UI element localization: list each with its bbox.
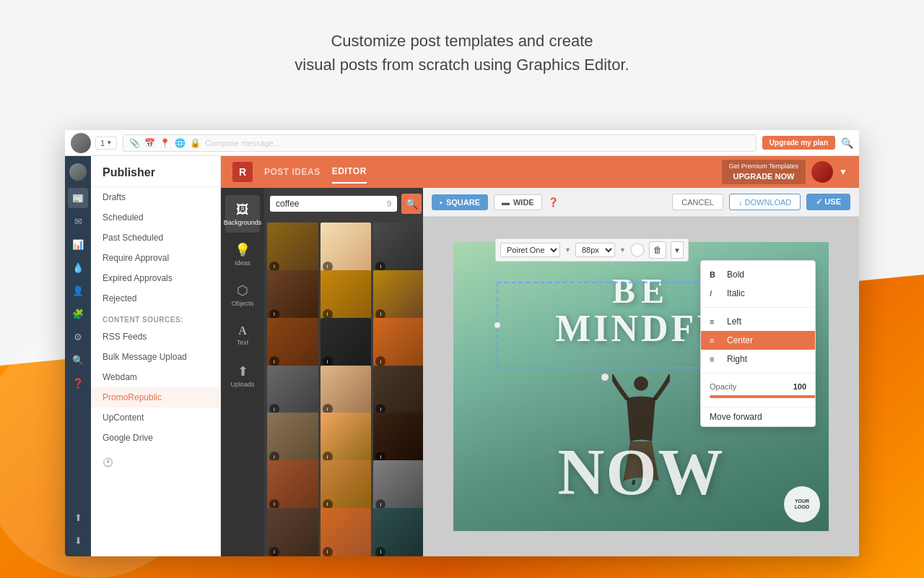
panel-nav-text[interactable]: A Text: [225, 316, 260, 354]
logo-watermark: YOUR LOGO: [784, 486, 820, 522]
opacity-slider[interactable]: [710, 395, 816, 398]
canvas-text-be: BE: [612, 271, 670, 311]
canvas-square-button[interactable]: ▪ SQUARE: [432, 194, 488, 210]
image-thumb[interactable]: i: [267, 366, 318, 417]
sidebar-icon-search[interactable]: 🔍: [68, 350, 88, 370]
sidebar-item-rejected[interactable]: Rejected: [91, 288, 220, 309]
sidebar-item-require-approval[interactable]: Require Approval: [91, 248, 220, 268]
cancel-button[interactable]: CANCEL: [672, 194, 723, 210]
move-forward-option[interactable]: Move forward: [701, 407, 815, 426]
image-thumb[interactable]: i: [267, 318, 318, 369]
sidebar-item-past-scheduled[interactable]: Past Scheduled: [91, 228, 220, 248]
panel-nav-ideas[interactable]: 💡 Ideas: [225, 236, 260, 273]
image-thumb[interactable]: i: [267, 460, 318, 512]
panel-nav-backgrounds[interactable]: 🖼 Backgrounds: [225, 195, 260, 233]
sidebar-icon-publisher[interactable]: 📰: [68, 188, 88, 208]
image-thumb[interactable]: i: [267, 508, 318, 556]
ideas-icon: 💡: [235, 242, 250, 258]
chevron-down-icon: ▼: [106, 139, 112, 146]
objects-icon: ⬡: [237, 282, 248, 298]
sidebar-item-scheduled[interactable]: Scheduled: [91, 207, 220, 228]
publisher-title: Publisher: [91, 156, 220, 187]
font-toolbar: Poiret One ▼ 88px ▼ 🗑 ▼: [495, 238, 689, 262]
image-thumb[interactable]: i: [321, 460, 372, 512]
image-thumb[interactable]: i: [267, 223, 318, 274]
more-options-button[interactable]: ▼: [671, 241, 684, 259]
avatar[interactable]: [71, 133, 91, 153]
sidebar-item-expired-approvals[interactable]: Expired Approvals: [91, 268, 220, 288]
bold-option[interactable]: B Bold: [701, 265, 815, 284]
editor-avatar[interactable]: [811, 161, 833, 183]
search-input[interactable]: [276, 199, 384, 209]
image-thumb[interactable]: i: [267, 413, 318, 464]
align-left-option[interactable]: ≡ Left: [701, 312, 815, 331]
account-selector[interactable]: 1 ▼: [95, 137, 117, 150]
sidebar-item-promorepublic[interactable]: PromoRepublic: [91, 387, 220, 407]
sidebar-icon-apps[interactable]: 🧩: [68, 303, 88, 324]
align-right-option[interactable]: ≡ Right: [701, 350, 815, 368]
opacity-row: Opacity 100: [701, 378, 815, 395]
sidebar-icon-bottom1[interactable]: ⬆: [68, 507, 88, 527]
image-thumb[interactable]: i: [373, 366, 424, 417]
upgrade-plan-button[interactable]: Upgrade my plan: [762, 136, 835, 150]
editor-dropdown-icon[interactable]: ▼: [839, 167, 847, 177]
image-thumb[interactable]: i: [321, 270, 372, 322]
image-thumb[interactable]: i: [373, 460, 424, 512]
image-thumb[interactable]: i: [373, 223, 424, 274]
sidebar-icon-settings[interactable]: ⚙: [68, 327, 88, 347]
help-icon[interactable]: ❓: [548, 197, 559, 207]
color-picker[interactable]: [630, 243, 645, 257]
image-thumb[interactable]: i: [373, 318, 424, 369]
sidebar-item-bulk[interactable]: Bulk Message Upload: [91, 347, 220, 367]
image-thumb[interactable]: i: [321, 223, 372, 274]
sidebar-icon-drop[interactable]: 💧: [68, 257, 88, 277]
use-button[interactable]: ✓ USE: [806, 194, 850, 210]
sidebar-icon-bottom2[interactable]: ⬇: [68, 530, 88, 551]
sidebar-icon-analytics[interactable]: 📊: [68, 234, 88, 254]
sidebar-icon-avatar[interactable]: [68, 162, 88, 182]
panel-nav: 🖼 Backgrounds 💡 Ideas ⬡ Objects A: [221, 188, 264, 556]
sidebar-icon-users[interactable]: 👤: [68, 280, 88, 301]
search-icon[interactable]: 🔍: [841, 137, 853, 149]
image-thumb[interactable]: i: [321, 413, 372, 464]
align-left-icon: ≡: [710, 317, 721, 326]
tab-post-ideas[interactable]: POST IDEAS: [264, 161, 321, 183]
selection-handle[interactable]: [494, 322, 501, 329]
panel-nav-objects[interactable]: ⬡ Objects: [225, 276, 260, 314]
sidebar-icon-compose[interactable]: ✉: [68, 211, 88, 231]
align-right-icon: ≡: [710, 355, 721, 363]
italic-option[interactable]: I Italic: [701, 284, 815, 303]
image-thumb[interactable]: i: [373, 508, 424, 556]
sidebar-item-rss[interactable]: RSS Feeds: [91, 327, 220, 347]
image-thumb[interactable]: i: [321, 318, 372, 369]
opacity-thumb[interactable]: [815, 392, 816, 401]
search-bar: 9 🔍: [264, 188, 427, 220]
delete-element-button[interactable]: 🗑: [649, 241, 666, 259]
compose-bar[interactable]: 📎 📅 📍 🌐 🔒 Compose message...: [123, 134, 757, 152]
image-thumb[interactable]: i: [373, 270, 424, 322]
sidebar-item-upcontent[interactable]: UpContent: [91, 407, 220, 428]
sidebar-item-google-drive[interactable]: Google Drive: [91, 428, 220, 448]
font-family-select[interactable]: Poiret One: [500, 243, 560, 257]
tab-editor[interactable]: EDITOR: [332, 160, 367, 184]
image-thumb[interactable]: i: [321, 508, 372, 556]
align-center-option[interactable]: ≡ Center: [701, 331, 815, 350]
info-icon: i: [269, 547, 279, 556]
font-size-select[interactable]: 88px: [575, 243, 615, 257]
canvas-wide-button[interactable]: ▬ WIDE: [494, 194, 542, 210]
image-thumb[interactable]: i: [267, 270, 318, 322]
image-thumb[interactable]: i: [321, 366, 372, 417]
image-thumb[interactable]: i: [373, 413, 424, 464]
upgrade-premium-button[interactable]: Get Premium Templates UPGRADE NOW: [722, 160, 806, 184]
rotate-handle[interactable]: [601, 373, 609, 381]
panel-nav-uploads[interactable]: ⬆ Uploads: [225, 357, 260, 394]
scheduled-label: Scheduled: [103, 212, 144, 223]
svg-point-0: [634, 376, 648, 391]
sidebar-item-webdam[interactable]: Webdam: [91, 367, 220, 387]
icon-sidebar: 📰 ✉ 📊 💧 👤 🧩 ⚙ 🔍 ❓ ⬆ ⬇: [65, 156, 91, 556]
past-scheduled-label: Past Scheduled: [103, 233, 163, 243]
sidebar-item-drafts[interactable]: Drafts: [91, 187, 220, 207]
search-button[interactable]: 🔍: [401, 194, 422, 214]
sidebar-icon-help[interactable]: ❓: [68, 373, 88, 393]
download-button[interactable]: ↓ DOWNLOAD: [729, 194, 801, 210]
